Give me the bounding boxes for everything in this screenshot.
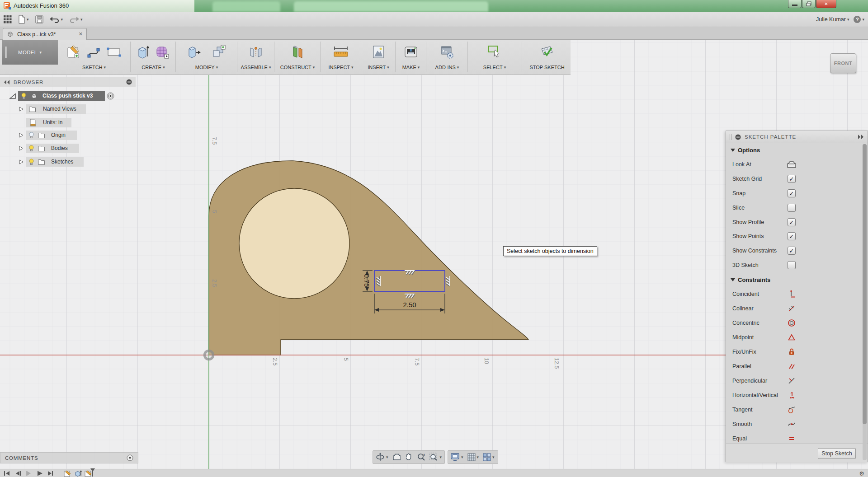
rectangle-icon[interactable] — [106, 44, 122, 60]
constraint-midpoint[interactable]: Midpoint — [726, 330, 860, 345]
viewports-button[interactable]: ▾ — [483, 453, 495, 461]
smooth-icon[interactable] — [788, 420, 796, 428]
print-3d-icon[interactable] — [403, 45, 419, 59]
browser-row-origin[interactable]: Origin — [0, 131, 136, 140]
palette-option-show-profile[interactable]: Show Profile ✓ — [726, 215, 860, 229]
collapsed-arrow-icon[interactable] — [19, 133, 24, 138]
timeline-settings[interactable]: ⚙ — [859, 469, 864, 477]
comments-expand-icon[interactable] — [127, 454, 133, 461]
orbit-button[interactable]: ▾ — [376, 453, 388, 462]
redo-button[interactable]: ▾ — [69, 16, 83, 23]
collapsed-arrow-icon[interactable] — [19, 146, 24, 151]
press-pull-icon[interactable] — [187, 44, 201, 60]
tangent-icon[interactable] — [788, 406, 796, 414]
comments-bar[interactable]: COMMENTS — [0, 452, 138, 463]
stop-sketch-button[interactable]: STOP SKETCH — [529, 65, 564, 70]
palette-section-constraints[interactable]: Constraints — [731, 272, 857, 287]
origin-marker[interactable] — [205, 351, 213, 360]
concentric-icon[interactable] — [788, 319, 796, 327]
workspace-switcher[interactable]: MODEL ▾ — [2, 40, 58, 65]
step-back-icon[interactable] — [14, 470, 21, 477]
view-cube[interactable]: FRONT — [830, 53, 856, 73]
constraint-smooth[interactable]: Smooth — [726, 417, 860, 431]
height-dimension-value[interactable]: 0.75 — [363, 274, 370, 287]
panel-minus-icon[interactable] — [735, 134, 741, 140]
constraint-coincident[interactable]: Coincident — [726, 287, 860, 301]
joint-icon[interactable] — [248, 44, 264, 60]
panel-minus-icon[interactable] — [126, 79, 132, 85]
checkbox[interactable]: ✓ — [788, 247, 796, 255]
browser-row-named-views[interactable]: Named Views — [0, 104, 136, 114]
extrude-icon[interactable] — [136, 44, 151, 60]
scripts-addins-icon[interactable] — [439, 44, 455, 60]
collapsed-arrow-icon[interactable] — [19, 159, 24, 165]
horizontal-vertical-icon[interactable] — [788, 391, 796, 399]
palette-option-show-points[interactable]: Show Points ✓ — [726, 229, 860, 243]
browser-row-bodies[interactable]: Bodies — [0, 144, 136, 153]
menu-inspect[interactable]: INSPECT▾ — [328, 65, 353, 70]
menu-sketch[interactable]: SKETCH▾ — [82, 65, 106, 70]
timeline-playhead[interactable] — [90, 468, 95, 477]
look-at-button-icon[interactable] — [392, 454, 401, 461]
checkbox[interactable]: ✓ — [788, 189, 796, 197]
user-menu[interactable]: Julie Kumar ▾ — [816, 16, 849, 23]
constraint-horizontal-vertical[interactable]: Horizontal/Vertical — [726, 388, 860, 402]
checkbox[interactable]: ✓ — [788, 175, 796, 183]
visibility-bulb-icon[interactable] — [28, 145, 34, 152]
browser-row-units[interactable]: Units: in — [0, 118, 136, 127]
zoom-window-button[interactable]: ▾ — [429, 453, 442, 462]
coincident-icon[interactable] — [788, 290, 796, 298]
menu-select[interactable]: SELECT▾ — [483, 65, 506, 70]
document-tab[interactable]: Class p...ick v3* ✕ — [3, 28, 87, 40]
palette-option-show-constraints[interactable]: Show Constraints ✓ — [726, 243, 860, 258]
step-forward-icon[interactable] — [25, 470, 32, 477]
palette-option-look-at[interactable]: Look At — [726, 157, 860, 172]
skip-to-start-icon[interactable] — [4, 470, 10, 477]
visibility-bulb-icon[interactable] — [28, 159, 34, 165]
menu-addins[interactable]: ADD-INS▾ — [435, 65, 459, 70]
constraint-perpendicular[interactable]: Perpendicular — [726, 374, 860, 388]
browser-row-root[interactable]: Class push stick v3 — [0, 91, 136, 101]
palette-option-slice[interactable]: Slice ✓ — [726, 201, 860, 215]
measure-icon[interactable] — [333, 45, 349, 59]
create-sketch-icon[interactable] — [66, 44, 81, 60]
palette-option-snap[interactable]: Snap ✓ — [726, 186, 860, 201]
expand-panel-icon[interactable] — [858, 135, 864, 139]
save-icon[interactable] — [35, 15, 43, 23]
spline-icon[interactable] — [86, 44, 101, 60]
menu-create[interactable]: CREATE▾ — [142, 65, 165, 70]
collapsed-arrow-icon[interactable] — [19, 107, 24, 112]
form-icon[interactable] — [155, 44, 170, 60]
undo-button[interactable]: ▾ — [50, 16, 63, 23]
menu-modify[interactable]: MODIFY▾ — [195, 65, 218, 70]
checkbox[interactable]: ✓ — [788, 218, 796, 226]
checkbox[interactable]: ✓ — [788, 261, 796, 269]
constraint-concentric[interactable]: Concentric — [726, 316, 860, 330]
pushstick-hole[interactable] — [239, 188, 349, 299]
collapse-panel-icon[interactable] — [4, 80, 10, 84]
grid-settings-button[interactable]: ▾ — [467, 453, 479, 461]
restore-button[interactable] — [802, 0, 816, 8]
look-at-camera-icon[interactable] — [787, 161, 797, 168]
browser-row-sketches[interactable]: Sketches — [0, 157, 136, 167]
midpoint-icon[interactable] — [788, 333, 796, 341]
menu-assemble[interactable]: ASSEMBLE▾ — [241, 65, 271, 70]
constraint-fix-unfix[interactable]: Fix/UnFix — [726, 345, 860, 359]
checkbox[interactable]: ✓ — [788, 232, 796, 240]
select-icon[interactable] — [486, 44, 503, 60]
zoom-icon[interactable]: ± — [417, 453, 425, 462]
palette-scrollbar-thumb[interactable] — [863, 144, 867, 424]
stop-sketch-icon[interactable] — [538, 44, 556, 60]
pan-hand-icon[interactable] — [405, 453, 412, 462]
close-button[interactable]: ✕ — [816, 0, 836, 8]
insert-image-icon[interactable] — [371, 44, 386, 60]
file-menu-button[interactable]: ▾ — [18, 15, 29, 24]
palette-grip[interactable] — [730, 134, 731, 140]
palette-section-options[interactable]: Options — [731, 143, 857, 157]
skip-to-end-icon[interactable] — [47, 470, 54, 477]
colinear-icon[interactable] — [788, 304, 796, 313]
checkbox[interactable]: ✓ — [788, 204, 796, 212]
palette-option-sketch-grid[interactable]: Sketch Grid ✓ — [726, 172, 860, 186]
constraint-parallel[interactable]: Parallel — [726, 359, 860, 374]
stop-sketch-palette-button[interactable]: Stop Sketch — [818, 448, 856, 459]
